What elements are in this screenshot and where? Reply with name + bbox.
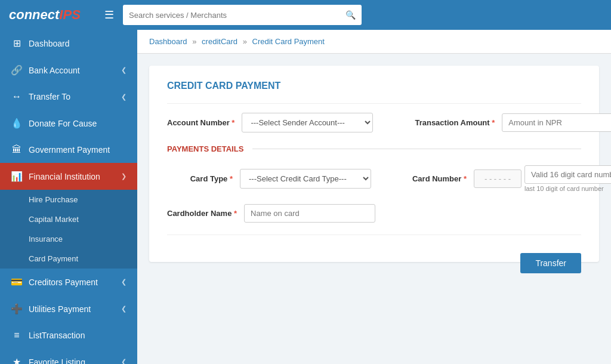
cardholder-name-input[interactable] (244, 204, 375, 223)
transfer-button-container: Transfer (167, 244, 581, 247)
transaction-amount-label: Transaction Amount * (415, 118, 495, 127)
submenu-insurance[interactable]: Insurance (0, 229, 137, 249)
search-bar: 🔍 (123, 5, 362, 25)
credit-card-payment-card: CREDIT CARD PAYMENT Account Number * ---… (149, 66, 599, 262)
creditors-icon: 💳 (11, 276, 23, 288)
card-number-inputs: - - - - - - last 10 digit of card number (474, 165, 611, 192)
logo-ips-text: IPS (59, 7, 80, 23)
chevron-icon: ❮ (121, 66, 126, 74)
submenu-capital-market[interactable]: Capital Market (0, 209, 137, 229)
financial-submenu: Hire Purchase Capital Market Insurance C… (0, 190, 137, 269)
utilities-icon: ➕ (11, 303, 23, 314)
donate-icon: 💧 (11, 118, 23, 129)
search-icon: 🔍 (345, 10, 356, 20)
submenu-hire-purchase[interactable]: Hire Purchase (0, 190, 137, 209)
chevron-icon: ❮ (121, 278, 126, 286)
account-number-select[interactable]: ---Select Sender Account--- (242, 113, 373, 132)
sidebar-item-list-transaction[interactable]: ≡ ListTransaction (0, 322, 137, 348)
dashboard-icon: ⊞ (11, 38, 23, 49)
account-number-group: Account Number * ---Select Sender Accoun… (167, 113, 373, 132)
card-type-label: Card Type * (167, 174, 233, 183)
transfer-button[interactable]: Transfer (520, 253, 581, 273)
sidebar-item-label: Government Payment (29, 145, 126, 155)
sidebar-item-favorite-listing[interactable]: ★ Favorite Listing ❮ (0, 348, 137, 364)
sidebar-item-bank-account[interactable]: 🔗 Bank Account ❮ (0, 57, 137, 84)
card-number-input[interactable] (524, 165, 611, 184)
chevron-icon: ❮ (121, 358, 126, 364)
sidebar: ⊞ Dashboard 🔗 Bank Account ❮ ↔ Transfer … (0, 30, 137, 364)
cardholder-name-row: Cardholder Name * (167, 204, 581, 223)
transaction-amount-input[interactable] (502, 113, 611, 132)
chevron-icon: ❮ (121, 93, 126, 101)
chevron-icon: ❮ (121, 305, 126, 313)
sidebar-item-label: Favorite Listing (29, 357, 115, 365)
card-number-label: Card Number * (401, 174, 467, 183)
sidebar-item-financial-institution[interactable]: 📊 Financial Institution ❯ (0, 163, 137, 190)
header: connectIPS ☰ 🔍 (0, 0, 611, 30)
sidebar-item-label: ListTransaction (29, 331, 126, 340)
search-input[interactable] (129, 11, 345, 20)
menu-icon[interactable]: ☰ (104, 8, 114, 21)
sidebar-item-donate[interactable]: 💧 Donate For Cause (0, 110, 137, 137)
logo-connect-text: connect (9, 7, 59, 23)
content-area: Dashboard » creditCard » Credit Card Pay… (137, 30, 611, 364)
bottom-divider (167, 235, 581, 235)
sidebar-item-label: Creditors Payment (29, 277, 115, 287)
card-number-group: Card Number * - - - - - - last 10 digit … (401, 165, 611, 192)
sidebar-item-dashboard[interactable]: ⊞ Dashboard (0, 30, 137, 57)
sidebar-item-label: Utilities Payment (29, 304, 115, 314)
sidebar-item-government-payment[interactable]: 🏛 Government Payment (0, 137, 137, 163)
submenu-card-payment[interactable]: Card Payment (0, 249, 137, 269)
sidebar-item-utilities-payment[interactable]: ➕ Utilities Payment ❮ (0, 295, 137, 322)
cardholder-name-group: Cardholder Name * (167, 204, 375, 223)
breadcrumb-sep2: » (243, 37, 247, 46)
logo: connectIPS (9, 7, 92, 23)
sidebar-item-creditors-payment[interactable]: 💳 Creditors Payment ❮ (0, 269, 137, 295)
breadcrumb-dashboard[interactable]: Dashboard (149, 37, 187, 46)
divider (167, 103, 581, 104)
bank-account-icon: 🔗 (11, 64, 23, 76)
cardholder-name-label: Cardholder Name * (167, 209, 237, 218)
main-layout: ⊞ Dashboard 🔗 Bank Account ❮ ↔ Transfer … (0, 30, 611, 364)
payments-details-label: PAYMENTS DETAILS (167, 144, 243, 153)
star-icon: ★ (11, 356, 23, 364)
card-type-group: Card Type * ---Select Credit Card Type--… (167, 169, 371, 189)
transfer-icon: ↔ (11, 91, 23, 102)
government-icon: 🏛 (11, 144, 23, 155)
breadcrumb-sep1: » (192, 37, 196, 46)
account-number-label: Account Number * (167, 118, 234, 127)
list-icon: ≡ (11, 330, 23, 341)
sidebar-item-label: Financial Institution (29, 172, 115, 181)
payments-details-section: PAYMENTS DETAILS (167, 144, 581, 153)
breadcrumb-credit-card[interactable]: creditCard (202, 37, 237, 46)
financial-icon: 📊 (11, 171, 23, 182)
chevron-icon: ❯ (121, 172, 126, 180)
card-type-select[interactable]: ---Select Credit Card Type--- (240, 169, 371, 189)
card-number-prefix: - - - - - - (474, 169, 521, 188)
sidebar-item-label: Transfer To (29, 92, 115, 101)
account-transaction-row: Account Number * ---Select Sender Accoun… (167, 113, 581, 132)
sidebar-item-label: Donate For Cause (29, 119, 126, 128)
breadcrumb-current: Credit Card Payment (252, 37, 325, 46)
transaction-amount-group: Transaction Amount * (415, 113, 611, 132)
page-title: CREDIT CARD PAYMENT (167, 81, 581, 91)
card-type-number-row: Card Type * ---Select Credit Card Type--… (167, 165, 581, 192)
breadcrumb: Dashboard » creditCard » Credit Card Pay… (137, 30, 611, 54)
sidebar-item-label: Dashboard (29, 39, 126, 48)
sidebar-item-transfer-to[interactable]: ↔ Transfer To ❮ (0, 84, 137, 110)
sidebar-item-label: Bank Account (29, 66, 115, 75)
card-number-note: last 10 digit of card number (524, 185, 611, 192)
